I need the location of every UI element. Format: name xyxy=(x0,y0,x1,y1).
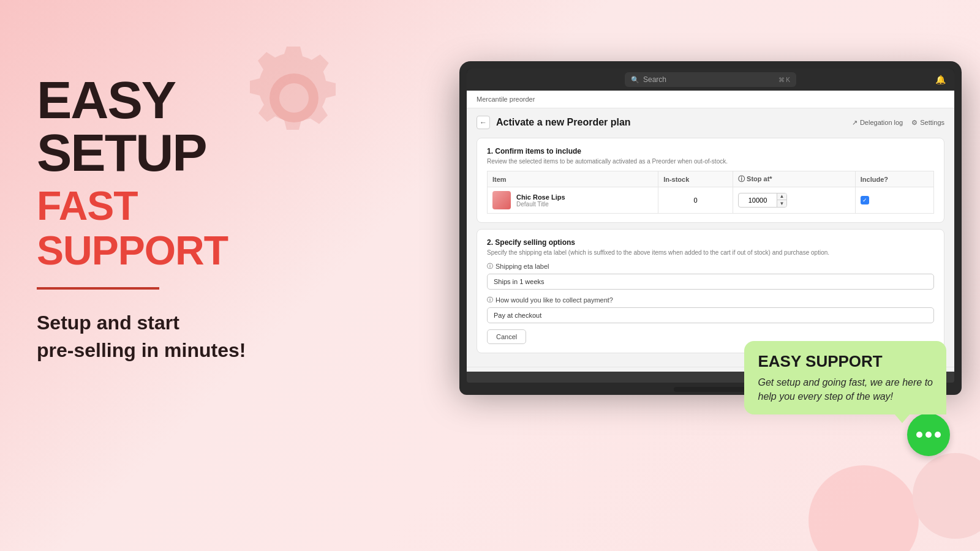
main-panel: ← Activate a new Preorder plan ↗ Delegat… xyxy=(467,108,954,367)
delegation-log-icon: ↗ xyxy=(852,119,858,127)
product-variant: Default Title xyxy=(516,201,565,208)
stopat-spinner[interactable]: 10000 ▲ ▼ xyxy=(738,193,787,208)
laptop-outer: 🔍 Search ⌘ K 🔔 Mercantile preorder xyxy=(459,61,962,383)
panel-header: ← Activate a new Preorder plan ↗ Delegat… xyxy=(477,116,944,129)
instock-cell: 0 xyxy=(658,187,733,214)
chat-bubble-tail xyxy=(895,414,910,423)
col-include: Include? xyxy=(855,171,933,187)
include-cell[interactable]: ✓ xyxy=(855,187,933,214)
payment-help-icon: ⓘ xyxy=(487,296,493,304)
section1-desc: Review the selected items to be automati… xyxy=(487,158,934,165)
chat-avatar[interactable] xyxy=(907,413,950,456)
section2-card: 2. Specify selling options Specify the s… xyxy=(477,229,944,353)
headline-easy: EASY xyxy=(37,73,318,126)
section1-card: 1. Confirm items to include Review the s… xyxy=(477,138,944,223)
include-checkbox[interactable]: ✓ xyxy=(861,196,869,204)
panel-title-row: ← Activate a new Preorder plan xyxy=(477,116,631,129)
section2-desc: Specify the shipping eta label (which is… xyxy=(487,249,934,256)
stopat-cell[interactable]: 10000 ▲ ▼ xyxy=(733,187,856,214)
payment-label: ⓘ How would you like to collect payment? xyxy=(487,296,934,304)
headline-setup: SETUP xyxy=(37,126,318,179)
dot2 xyxy=(925,432,932,438)
product-info: Chic Rose Lips Default Title xyxy=(516,193,565,208)
chat-bubble-text: Get setup and going fast, we are here to… xyxy=(758,376,933,403)
col-instock: In-stock xyxy=(658,171,733,187)
shipping-eta-help-icon: ⓘ xyxy=(487,262,493,271)
section1-title: 1. Confirm items to include xyxy=(487,147,934,156)
search-shortcut: ⌘ K xyxy=(778,77,790,83)
shipping-eta-label: ⓘ Shipping eta label xyxy=(487,262,934,271)
shipping-eta-input[interactable] xyxy=(487,274,934,290)
settings-icon: ⚙ xyxy=(911,119,918,127)
bell-icon[interactable]: 🔔 xyxy=(935,75,946,84)
product-name: Chic Rose Lips xyxy=(516,193,565,201)
laptop-screen: 🔍 Search ⌘ K 🔔 Mercantile preorder xyxy=(467,69,954,372)
spinner-up[interactable]: ▲ xyxy=(777,193,786,200)
col-stopat: ⓘ Stop at* xyxy=(733,171,856,187)
search-bar[interactable]: 🔍 Search ⌘ K xyxy=(625,72,796,87)
screen-topbar: 🔍 Search ⌘ K 🔔 xyxy=(467,69,954,91)
chat-bubble: EASY SUPPORT Get setup and going fast, w… xyxy=(744,341,946,414)
spinner-down[interactable]: ▼ xyxy=(777,200,786,207)
chat-bubble-wrapper: EASY SUPPORT Get setup and going fast, w… xyxy=(744,341,946,456)
back-arrow-icon: ← xyxy=(480,118,487,127)
table-row: Chic Rose Lips Default Title 0 10000 xyxy=(488,187,934,214)
delegation-log-link[interactable]: ↗ Delegation log xyxy=(852,119,903,127)
section2-title: 2. Specify selling options xyxy=(487,238,934,247)
product-cell: Chic Rose Lips Default Title xyxy=(488,187,658,214)
divider xyxy=(37,287,159,290)
page-title: Activate a new Preorder plan xyxy=(496,117,631,128)
payment-input[interactable] xyxy=(487,307,934,323)
search-icon: 🔍 xyxy=(631,76,639,84)
cancel-button[interactable]: Cancel xyxy=(487,329,526,344)
settings-link[interactable]: ⚙ Settings xyxy=(911,119,944,127)
laptop-vent xyxy=(674,387,747,392)
headline-fast-support: FAST SUPPORT xyxy=(37,184,318,272)
back-button[interactable]: ← xyxy=(477,116,490,129)
breadcrumb: Mercantile preorder xyxy=(467,91,954,108)
items-table: Item In-stock ⓘ Stop at* Include? xyxy=(487,171,934,214)
screen-content: Mercantile preorder ← Activate a new Pre… xyxy=(467,91,954,372)
tagline: Setup and startpre-selling in minutes! xyxy=(37,309,318,364)
col-item: Item xyxy=(488,171,658,187)
chat-bubble-title: EASY SUPPORT xyxy=(758,352,933,371)
dot1 xyxy=(916,432,922,438)
dot3 xyxy=(935,432,941,438)
header-actions: ↗ Delegation log ⚙ Settings xyxy=(852,119,944,127)
search-placeholder: Search xyxy=(643,75,666,84)
left-panel: EASY SETUP FAST SUPPORT Setup and startp… xyxy=(37,73,318,364)
spinner-buttons: ▲ ▼ xyxy=(777,193,786,207)
stopat-value[interactable]: 10000 xyxy=(739,195,777,205)
chat-dots xyxy=(916,432,941,438)
product-thumbnail xyxy=(492,191,511,209)
